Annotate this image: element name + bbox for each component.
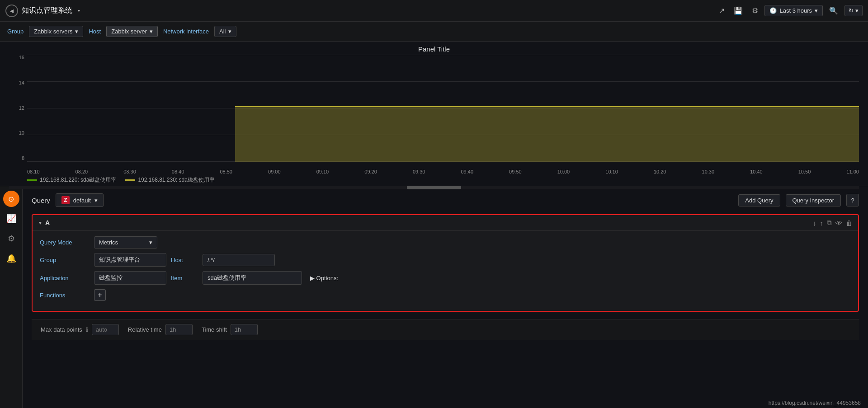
share-icon: ↗ bbox=[719, 6, 725, 15]
clock-icon: 🕐 bbox=[769, 7, 777, 14]
group-label: Group bbox=[40, 257, 90, 263]
query-letter-a: A bbox=[45, 219, 50, 226]
help-button[interactable]: ? bbox=[846, 194, 859, 206]
query-form-a: Query Mode Metrics ▾ Group 知识点管理平台 Host … bbox=[33, 231, 858, 311]
query-panel: Query Z default ▾ Add Query Query Inspec… bbox=[23, 186, 868, 408]
duplicate-icon[interactable]: ⧉ bbox=[827, 219, 832, 227]
group-label: Group bbox=[7, 28, 24, 35]
max-data-points-input[interactable] bbox=[92, 324, 119, 335]
database-icon: ⊙ bbox=[8, 195, 14, 203]
visibility-icon[interactable]: 👁 bbox=[835, 219, 842, 227]
x-label-0920: 09:20 bbox=[364, 169, 377, 174]
sidebar-icon-gear[interactable]: ⚙ bbox=[3, 230, 19, 247]
settings-button[interactable]: ⚙ bbox=[749, 5, 761, 17]
relative-time-label: Relative time bbox=[128, 326, 162, 333]
back-button[interactable]: ◄ bbox=[5, 5, 18, 17]
network-interface-label: Network interface bbox=[163, 28, 209, 35]
add-function-button[interactable]: + bbox=[94, 289, 106, 301]
datasource-name: default bbox=[73, 197, 91, 204]
sidebar-icon-bell[interactable]: 🔔 bbox=[3, 250, 19, 267]
query-mode-select[interactable]: Metrics ▾ bbox=[94, 236, 157, 249]
refresh-dropdown-icon: ▾ bbox=[855, 7, 859, 14]
y-label-16: 16 bbox=[9, 55, 26, 60]
x-label-1040: 10:40 bbox=[750, 169, 763, 174]
sidebar-icon-chart[interactable]: 📈 bbox=[3, 211, 19, 227]
move-down-icon[interactable]: ↓ bbox=[813, 219, 816, 227]
legend-label-2: 192.168.81.230: sda磁盘使用率 bbox=[138, 176, 214, 184]
query-label: Query bbox=[32, 197, 50, 204]
x-label-0830: 08:30 bbox=[123, 169, 136, 174]
save-button[interactable]: 💾 bbox=[731, 5, 745, 17]
y-label-14: 14 bbox=[9, 80, 26, 85]
chart-icon: 📈 bbox=[6, 214, 16, 224]
status-bar: https://blog.csdn.net/weixin_44953658 bbox=[761, 398, 868, 408]
query-block-a: ▼ A ↓ ↑ ⧉ 👁 🗑 Query Mode Metrics ▾ bbox=[32, 214, 859, 312]
query-mode-label: Query Mode bbox=[40, 239, 90, 246]
x-label-0840: 08:40 bbox=[172, 169, 184, 174]
application-label: Application bbox=[40, 275, 90, 281]
x-axis: 08:10 08:20 08:30 08:40 08:50 09:00 09:1… bbox=[27, 169, 859, 174]
x-label-1030: 10:30 bbox=[702, 169, 715, 174]
time-shift-input[interactable] bbox=[231, 324, 258, 335]
x-label-0950: 09:50 bbox=[509, 169, 522, 174]
time-shift-item: Time shift bbox=[202, 324, 258, 335]
save-icon: 💾 bbox=[734, 6, 743, 15]
gear-icon: ⚙ bbox=[8, 234, 15, 244]
query-block-actions-a: ↓ ↑ ⧉ 👁 🗑 bbox=[813, 219, 853, 227]
query-header: Query Z default ▾ Add Query Query Inspec… bbox=[32, 193, 859, 207]
x-label-0850: 08:50 bbox=[220, 169, 232, 174]
datasource-selector[interactable]: Z default ▾ bbox=[56, 193, 104, 207]
query-mode-row: Query Mode Metrics ▾ bbox=[40, 236, 851, 249]
x-label-1050: 10:50 bbox=[798, 169, 811, 174]
query-inspector-button[interactable]: Query Inspector bbox=[786, 194, 841, 206]
x-label-1020: 10:20 bbox=[654, 169, 666, 174]
add-query-button[interactable]: Add Query bbox=[738, 194, 780, 206]
relative-time-input[interactable] bbox=[165, 324, 193, 335]
group-input[interactable]: 知识点管理平台 bbox=[94, 253, 166, 267]
functions-row: Functions + bbox=[40, 289, 851, 301]
delete-icon[interactable]: 🗑 bbox=[846, 219, 853, 227]
network-interface-dropdown[interactable]: All ▾ bbox=[214, 26, 236, 37]
item-input[interactable]: sda磁盘使用率 bbox=[203, 271, 302, 285]
y-label-8: 8 bbox=[9, 155, 26, 161]
filter-bar: Group Zabbix servers ▾ Host Zabbix serve… bbox=[0, 22, 868, 42]
group-value: Zabbix servers bbox=[34, 28, 72, 35]
collapse-arrow-icon[interactable]: ▼ bbox=[38, 220, 42, 225]
time-range-button[interactable]: 🕐 Last 3 hours ▾ bbox=[764, 5, 823, 16]
status-url: https://blog.csdn.net/weixin_44953658 bbox=[769, 400, 861, 406]
host-label: Host bbox=[171, 257, 198, 263]
group-dropdown[interactable]: Zabbix servers ▾ bbox=[29, 26, 83, 37]
app-title: 知识点管理系统 bbox=[22, 6, 72, 15]
x-label-1010: 10:10 bbox=[605, 169, 618, 174]
chart-scrollbar-thumb[interactable] bbox=[407, 186, 461, 189]
host-input[interactable]: /.*/ bbox=[203, 254, 275, 266]
panel-title: Panel Title bbox=[0, 42, 868, 55]
share-button[interactable]: ↗ bbox=[716, 5, 727, 17]
host-dropdown[interactable]: Zabbix server ▾ bbox=[106, 26, 158, 37]
time-range-label: Last 3 hours bbox=[779, 7, 812, 14]
y-label-10: 10 bbox=[9, 130, 26, 136]
chart-scrollbar-track bbox=[9, 186, 859, 189]
all-value: All bbox=[219, 28, 226, 35]
x-label-0930: 09:30 bbox=[413, 169, 425, 174]
app-title-dropdown-icon[interactable]: ▾ bbox=[78, 8, 80, 13]
y-label-12: 12 bbox=[9, 105, 26, 111]
search-button[interactable]: 🔍 bbox=[826, 5, 841, 17]
time-range-dropdown-icon: ▾ bbox=[815, 7, 818, 14]
application-input[interactable]: 磁盘监控 bbox=[94, 271, 166, 285]
move-up-icon[interactable]: ↑ bbox=[820, 219, 824, 227]
top-bar-left: ◄ 知识点管理系统 ▾ bbox=[5, 5, 80, 17]
query-mode-value: Metrics bbox=[99, 239, 118, 246]
sidebar-icon-database[interactable]: ⊙ bbox=[3, 191, 19, 207]
top-bar-right: ↗ 💾 ⚙ 🕐 Last 3 hours ▾ 🔍 ↻ ▾ bbox=[716, 5, 863, 17]
time-shift-label: Time shift bbox=[202, 326, 227, 333]
legend-bar: 192.168.81.220: sda磁盘使用率 192.168.81.230:… bbox=[0, 174, 868, 186]
legend-item-1: 192.168.81.220: sda磁盘使用率 bbox=[27, 176, 116, 184]
refresh-button[interactable]: ↻ ▾ bbox=[844, 5, 863, 16]
x-label-0910: 09:10 bbox=[316, 169, 329, 174]
query-mode-dropdown-icon: ▾ bbox=[149, 239, 152, 246]
options-toggle[interactable]: ▶ Options: bbox=[307, 273, 342, 283]
chart-fill bbox=[235, 106, 859, 162]
gear-icon: ⚙ bbox=[752, 6, 758, 15]
application-item-row: Application 磁盘监控 Item sda磁盘使用率 ▶ Options… bbox=[40, 271, 851, 285]
